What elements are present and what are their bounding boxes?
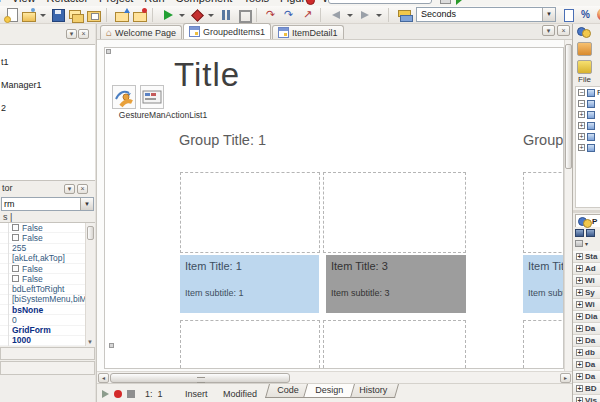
- property-row[interactable]: bsNone: [0, 305, 85, 315]
- list-item[interactable]: Item Title: 3Item subtitle: 3: [326, 255, 466, 313]
- printer-icon[interactable]: [440, 0, 451, 4]
- palette-category[interactable]: +Da: [573, 323, 600, 335]
- forward-icon[interactable]: [357, 7, 373, 23]
- panel-pin-icon[interactable]: [66, 29, 77, 39]
- scrollbar-thumb[interactable]: [565, 44, 572, 169]
- inspector-object-selector[interactable]: rm ▼: [1, 197, 94, 211]
- stop-icon[interactable]: [127, 390, 135, 398]
- designer-vertical-scrollbar[interactable]: [564, 40, 572, 371]
- item-placeholder[interactable]: [323, 172, 466, 253]
- property-row[interactable]: False: [0, 233, 85, 243]
- expand-icon[interactable]: +: [576, 325, 583, 332]
- inspector-tabs[interactable]: s |: [0, 212, 95, 223]
- palette-filter[interactable]: ▾: [575, 239, 600, 248]
- palette-category[interactable]: +BD: [573, 383, 600, 395]
- expand-icon[interactable]: +: [576, 397, 583, 402]
- checkbox-icon[interactable]: [12, 275, 19, 282]
- project-manager-icon[interactable]: [577, 26, 590, 37]
- run-icon[interactable]: [102, 390, 109, 398]
- go-arrow-icon[interactable]: [456, 0, 462, 5]
- panel-pin-icon[interactable]: [64, 184, 75, 194]
- expand-icon[interactable]: +: [576, 253, 583, 260]
- property-row[interactable]: GridForm: [0, 326, 85, 336]
- collapse-icon[interactable]: −: [578, 89, 585, 96]
- tree-node[interactable]: +: [576, 109, 600, 120]
- checkbox-icon[interactable]: [12, 234, 19, 241]
- palette-category[interactable]: +Vis: [573, 395, 600, 402]
- open-proj-icon[interactable]: [86, 7, 102, 23]
- expand-icon[interactable]: +: [578, 122, 585, 129]
- panel-close-icon[interactable]: [77, 184, 88, 194]
- expand-icon[interactable]: +: [576, 337, 583, 344]
- scrollbar-thumb[interactable]: [87, 226, 94, 240]
- tree-node[interactable]: −Pr: [576, 87, 600, 98]
- form-resize-handle[interactable]: [106, 49, 111, 54]
- document-icon[interactable]: [560, 7, 576, 23]
- gesture-manager-icon[interactable]: [112, 85, 136, 109]
- step-into-icon[interactable]: [264, 7, 280, 23]
- item-placeholder[interactable]: [523, 172, 564, 253]
- palette-category[interactable]: +Wi: [573, 299, 600, 311]
- expand-icon[interactable]: +: [578, 144, 585, 151]
- structure-tree-item[interactable]: t1: [1, 57, 9, 67]
- menu-search-input[interactable]: [328, 0, 432, 4]
- chevron-down-icon[interactable]: [542, 25, 555, 36]
- record-icon[interactable]: [114, 390, 122, 398]
- tab-itemdetail1[interactable]: ItemDetail1: [272, 25, 344, 39]
- palette-category[interactable]: +Dia: [573, 311, 600, 323]
- debug-desktop-combo[interactable]: Seconds ▼: [416, 7, 556, 22]
- collapse-icon[interactable]: −: [578, 100, 585, 107]
- menu-item-view[interactable]: View: [12, 0, 36, 4]
- form-resize-handle[interactable]: [109, 343, 114, 348]
- scroll-right-icon[interactable]: [560, 373, 571, 383]
- close-icon[interactable]: [557, 25, 570, 36]
- forward-drop-icon[interactable]: [375, 7, 384, 23]
- palette-category[interactable]: +Sta: [573, 251, 600, 263]
- expand-icon[interactable]: +: [576, 301, 583, 308]
- palette-category[interactable]: +Sy: [573, 287, 600, 299]
- expand-icon[interactable]: +: [576, 265, 583, 272]
- structure-tree-item[interactable]: Manager1: [1, 80, 42, 90]
- list-item[interactable]: Item Title: 1Item subtitle: 1: [180, 255, 319, 313]
- menu-item-search[interactable]: Search: [0, 0, 1, 4]
- scrollbar-thumb[interactable]: [110, 373, 290, 383]
- step-over-icon[interactable]: [282, 7, 298, 23]
- scroll-down-icon[interactable]: [87, 339, 93, 345]
- run-drop-icon[interactable]: [178, 7, 187, 23]
- property-row[interactable]: False: [0, 274, 85, 284]
- menu-item-run[interactable]: Run: [144, 0, 164, 4]
- property-row[interactable]: bdLeftToRight: [0, 285, 85, 295]
- expand-icon[interactable]: +: [576, 313, 583, 320]
- expand-icon[interactable]: +: [578, 111, 585, 118]
- checkbox-icon[interactable]: [12, 265, 19, 272]
- palette-category[interactable]: +Ad: [573, 263, 600, 275]
- property-row[interactable]: False: [0, 223, 85, 233]
- palette-toolbar-icon[interactable]: [586, 229, 595, 237]
- scroll-left-icon[interactable]: [98, 373, 109, 383]
- tab-groupeditems1[interactable]: GroupedItems1: [183, 23, 271, 39]
- form-title-label[interactable]: Title: [174, 56, 240, 94]
- back-icon[interactable]: [328, 7, 344, 23]
- menu-item-tools[interactable]: Tools: [243, 0, 269, 4]
- percent-icon[interactable]: [578, 7, 594, 23]
- sphere-icon[interactable]: [596, 7, 600, 23]
- expand-icon[interactable]: +: [576, 289, 583, 296]
- layers-icon[interactable]: [396, 7, 412, 23]
- open-icon[interactable]: [21, 7, 37, 23]
- item-placeholder[interactable]: [323, 320, 466, 369]
- add-file-icon[interactable]: [114, 7, 130, 23]
- action-list-icon[interactable]: [140, 85, 164, 109]
- trace-drop-icon[interactable]: [207, 7, 216, 23]
- palette-toolbar-icon[interactable]: [575, 229, 584, 237]
- property-row[interactable]: [akLeft,akTop]: [0, 254, 85, 264]
- designer-horizontal-scrollbar[interactable]: [97, 371, 572, 383]
- palette-category[interactable]: +Da: [573, 335, 600, 347]
- tree-node[interactable]: +: [576, 142, 600, 153]
- menu-item-component[interactable]: Component: [176, 0, 233, 4]
- item-placeholder[interactable]: [180, 320, 320, 369]
- back-drop-icon[interactable]: [346, 7, 355, 23]
- menu-item-refactor[interactable]: Refactor: [47, 0, 89, 4]
- palette-category[interactable]: +Da: [573, 359, 600, 371]
- expand-icon[interactable]: +: [576, 373, 583, 380]
- new-icon[interactable]: [3, 7, 19, 23]
